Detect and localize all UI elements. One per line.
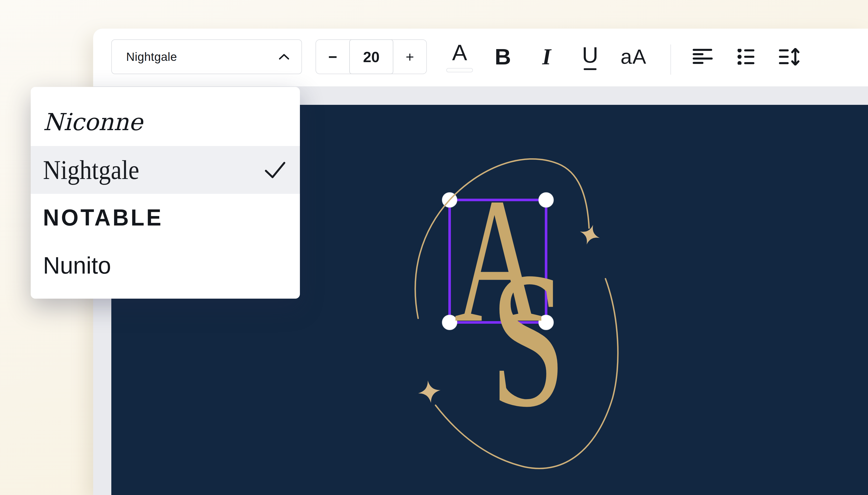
align-button[interactable] — [688, 39, 718, 74]
text-color-swatch — [446, 68, 473, 72]
page-background: A S Nightgale − 20 + A B — [0, 0, 868, 495]
bold-button[interactable]: B — [488, 39, 518, 74]
chevron-up-icon — [278, 53, 290, 60]
underline-button[interactable]: U — [575, 39, 605, 74]
increase-font-size-button[interactable]: + — [393, 40, 426, 74]
toolbar-divider — [670, 45, 671, 75]
font-selector-button[interactable]: Nightgale — [111, 39, 302, 74]
font-option-nunito[interactable]: Nunito — [31, 242, 300, 289]
bullet-list-button[interactable] — [731, 39, 761, 74]
font-dropdown: Niconne Nightgale NOTABLE Nunito — [31, 87, 300, 298]
italic-button[interactable]: I — [531, 39, 562, 74]
font-selector-label: Nightgale — [126, 50, 177, 64]
bullet-list-icon — [737, 49, 755, 65]
font-option-notable[interactable]: NOTABLE — [31, 194, 300, 242]
align-left-icon — [693, 49, 713, 65]
font-option-niconne[interactable]: Niconne — [31, 98, 300, 146]
font-size-value[interactable]: 20 — [349, 39, 393, 74]
line-spacing-button[interactable] — [774, 39, 805, 74]
text-color-button[interactable]: A — [444, 39, 475, 74]
checkmark-icon — [265, 161, 285, 178]
text-case-button[interactable]: aA — [618, 39, 649, 74]
underline-bar — [584, 68, 596, 70]
toolbar: Nightgale − 20 + A B I U aA — [93, 29, 868, 87]
text-color-glyph: A — [452, 41, 467, 64]
line-spacing-icon — [779, 48, 800, 66]
decrease-font-size-button[interactable]: − — [316, 40, 349, 74]
font-size-stepper: − 20 + — [315, 39, 427, 74]
font-option-nightgale[interactable]: Nightgale — [31, 146, 300, 194]
